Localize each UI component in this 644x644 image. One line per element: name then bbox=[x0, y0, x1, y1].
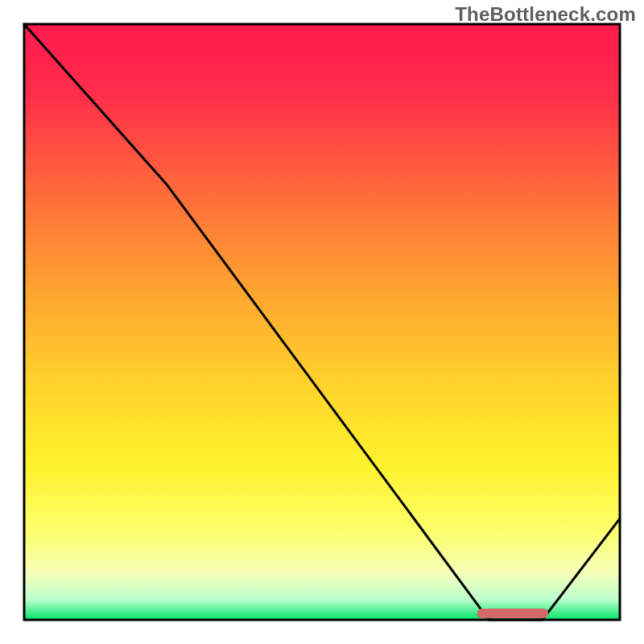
optimal-range-marker bbox=[477, 609, 548, 618]
chart-container: TheBottleneck.com bbox=[0, 0, 644, 644]
watermark-label: TheBottleneck.com bbox=[455, 3, 636, 26]
plot-area bbox=[24, 24, 620, 620]
gradient-background bbox=[24, 24, 620, 620]
bottleneck-chart bbox=[0, 0, 644, 644]
